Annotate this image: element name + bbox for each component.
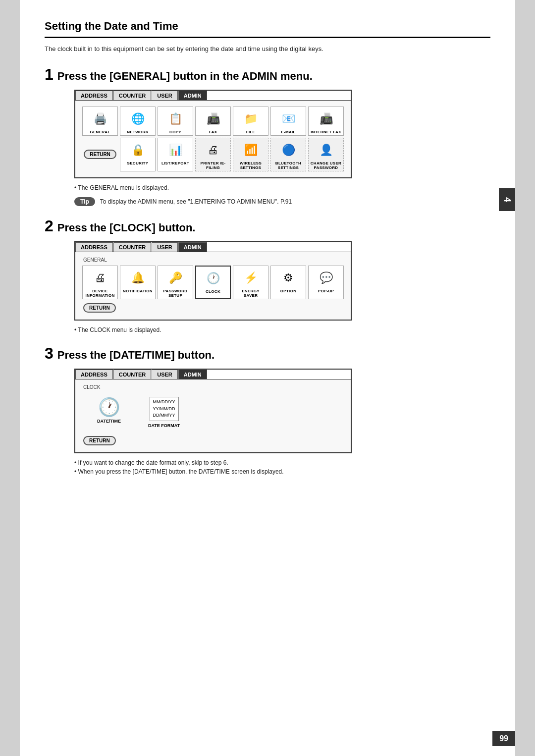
date-format-lines: MM/DD/YY YY/MM/DD DD/MM/YY (150, 397, 179, 421)
step1-tabs: ADDRESS COUNTER USER ADMIN (75, 91, 351, 101)
step3-screen-body: CLOCK 🕐 DATE/TIME MM/DD/YY YY/MM/DD DD/M… (75, 379, 351, 452)
tab-counter-1[interactable]: COUNTER (113, 91, 151, 100)
energy-saver-icon: ⚡ (239, 268, 263, 288)
device-info-icon: 🖨 (88, 268, 112, 288)
tab-user-2[interactable]: USER (152, 242, 178, 252)
menu-printer[interactable]: 🖨 PRINTER /E-FILING (195, 138, 231, 171)
return-btn-1[interactable]: RETURN (84, 150, 116, 159)
fax-label: FAX (209, 130, 217, 134)
date-format-label: DATE FORMAT (148, 423, 180, 428)
password-setup-icon: 🔑 (163, 268, 187, 288)
menu-popup[interactable]: 💬 POP-UP (308, 266, 344, 299)
menu-general[interactable]: 🖨️ GENERAL (82, 107, 118, 136)
tab-address-1[interactable]: ADDRESS (75, 91, 113, 100)
step3-tabs: ADDRESS COUNTER USER ADMIN (75, 370, 351, 379)
tab-user-3[interactable]: USER (152, 370, 178, 379)
menu-email[interactable]: 📧 E-MAIL (270, 107, 306, 136)
tab-counter-2[interactable]: COUNTER (113, 242, 151, 252)
menu-option[interactable]: ⚙ OPTION (270, 266, 306, 299)
step2-label: Press the [CLOCK] button. (57, 221, 196, 234)
menu-list-report[interactable]: 📊 LIST/REPORT (158, 138, 193, 171)
step3-number: 3 (45, 345, 54, 361)
menu-file[interactable]: 📁 FILE (233, 107, 268, 136)
list-report-icon: 📊 (163, 140, 187, 160)
popup-icon: 💬 (314, 268, 338, 288)
step2-number: 2 (45, 218, 54, 234)
step2-menu-grid: 🖨 DEVICE INFORMATION 🔔 NOTIFICATION 🔑 PA… (80, 264, 346, 301)
fax-icon: 📠 (201, 109, 225, 129)
copy-label: COPY (169, 130, 181, 134)
step2-section: 2 Press the [CLOCK] button. ADDRESS COUN… (45, 218, 490, 333)
tip-badge: Tip (74, 197, 95, 206)
date-format-item[interactable]: MM/DD/YY YY/MM/DD DD/MM/YY DATE FORMAT (142, 395, 186, 430)
step2-bullet: The CLOCK menu is displayed. (74, 326, 490, 333)
date-format-line-3: DD/MM/YY (153, 412, 175, 419)
step1-screen: ADDRESS COUNTER USER ADMIN 🖨️ GENERAL 🌐 … (74, 90, 352, 178)
network-icon: 🌐 (126, 109, 150, 129)
internet-fax-icon: 📠 (314, 109, 338, 129)
step3-heading: 3 Press the [DATE/TIME] button. (45, 345, 490, 362)
step2-heading: 2 Press the [CLOCK] button. (45, 218, 490, 234)
return-btn-2[interactable]: RETURN (83, 303, 116, 313)
menu-wireless[interactable]: 📶 WIRELESS SETTINGS (233, 138, 268, 171)
menu-copy[interactable]: 📋 COPY (158, 107, 193, 136)
step1-heading: 1 Press the [GENERAL] button in the ADMI… (45, 66, 490, 83)
password-setup-label: PASSWORD SETUP (159, 289, 192, 298)
change-user-label: CHANGE USER PASSWORD (310, 161, 342, 170)
menu-notification[interactable]: 🔔 NOTIFICATION (120, 266, 156, 299)
tab-user-1[interactable]: USER (152, 91, 178, 100)
date-format-line-1: MM/DD/YY (153, 399, 175, 406)
clock-icon: 🕐 (201, 269, 225, 288)
step2-screen: ADDRESS COUNTER USER ADMIN GENERAL 🖨 DEV… (74, 241, 352, 321)
menu-energy-saver[interactable]: ⚡ ENERGY SAVER (233, 266, 268, 299)
step1-number: 1 (45, 66, 54, 82)
email-label: E-MAIL (281, 130, 295, 134)
side-tab: 4 (499, 188, 515, 211)
step1-menu-grid: 🖨️ GENERAL 🌐 NETWORK 📋 COPY 📠 FAX (80, 105, 346, 173)
return-btn-3[interactable]: RETURN (83, 436, 116, 445)
file-icon: 📁 (239, 109, 263, 129)
section-title: Setting the Date and Time (45, 20, 490, 38)
menu-bluetooth[interactable]: 🔵 Bluetooth SETTINGS (270, 138, 306, 171)
printer-icon: 🖨 (201, 140, 225, 160)
menu-password-setup[interactable]: 🔑 PASSWORD SETUP (158, 266, 193, 299)
step2-screen-body: GENERAL 🖨 DEVICE INFORMATION 🔔 NOTIFICAT… (75, 252, 351, 320)
tab-address-3[interactable]: ADDRESS (75, 370, 113, 379)
step3-bullet-1: If you want to change the date format on… (74, 459, 490, 466)
step1-bullet: The GENERAL menu is displayed. (74, 184, 490, 191)
step2-screen-label: GENERAL (80, 256, 346, 264)
energy-saver-label: ENERGY SAVER (234, 289, 267, 298)
step2-tabs: ADDRESS COUNTER USER ADMIN (75, 242, 351, 252)
popup-label: POP-UP (318, 289, 334, 293)
security-icon: 🔒 (126, 140, 150, 160)
tab-admin-3[interactable]: ADMIN (178, 370, 207, 379)
copy-icon: 📋 (163, 109, 187, 129)
step3-screen: ADDRESS COUNTER USER ADMIN CLOCK 🕐 DATE/… (74, 369, 352, 453)
menu-device-info[interactable]: 🖨 DEVICE INFORMATION (82, 266, 118, 299)
bluetooth-label: Bluetooth SETTINGS (272, 161, 305, 170)
tab-admin-2[interactable]: ADMIN (178, 242, 207, 252)
date-time-big-icon: 🕐 (98, 397, 120, 418)
tab-counter-3[interactable]: COUNTER (113, 370, 151, 379)
list-report-label: LIST/REPORT (161, 161, 189, 165)
menu-change-user[interactable]: 👤 CHANGE USER PASSWORD (308, 138, 344, 171)
change-user-icon: 👤 (314, 140, 338, 160)
tab-address-2[interactable]: ADDRESS (75, 242, 113, 252)
menu-security[interactable]: 🔒 SECURITY (120, 138, 156, 171)
email-icon: 📧 (276, 109, 300, 129)
security-label: SECURITY (127, 161, 149, 165)
menu-internet-fax[interactable]: 📠 INTERNET FAX (308, 107, 344, 136)
internet-fax-label: INTERNET FAX (311, 130, 341, 134)
printer-label: PRINTER /E-FILING (197, 161, 229, 170)
date-time-item[interactable]: 🕐 DATE/TIME (84, 395, 134, 426)
notification-icon: 🔔 (126, 268, 150, 288)
step3-bullet-2: When you press the [DATE/TIME] button, t… (74, 468, 490, 475)
step1-section: 1 Press the [GENERAL] button in the ADMI… (45, 66, 490, 206)
page: Setting the Date and Time The clock buil… (20, 0, 515, 756)
menu-fax[interactable]: 📠 FAX (195, 107, 231, 136)
menu-network[interactable]: 🌐 NETWORK (120, 107, 156, 136)
bluetooth-icon: 🔵 (276, 140, 300, 160)
menu-clock[interactable]: 🕐 CLOCK (195, 266, 231, 299)
tip-text: To display the ADMIN menu, see "1.ENTERI… (100, 197, 292, 205)
tab-admin-1[interactable]: ADMIN (178, 91, 207, 100)
